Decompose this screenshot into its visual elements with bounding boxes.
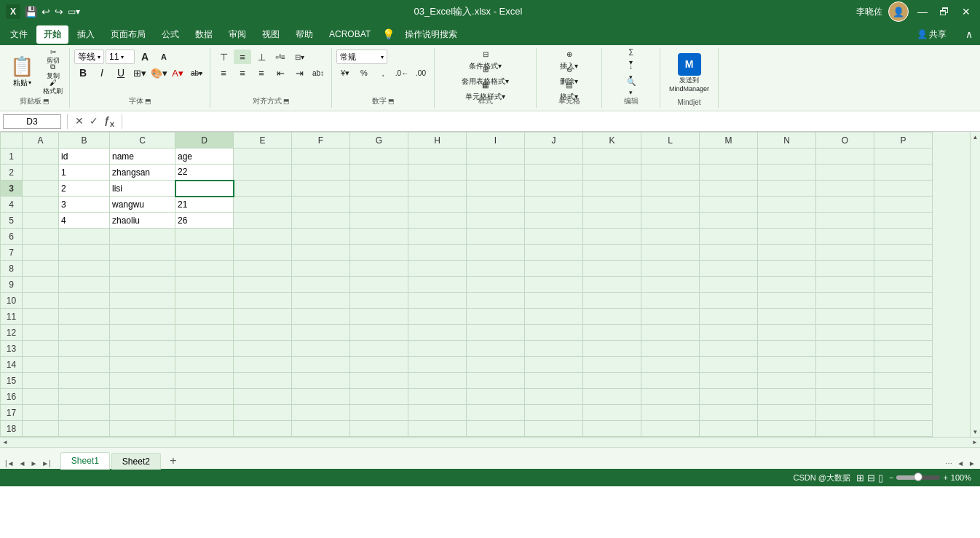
cell-F2[interactable] — [292, 165, 350, 181]
cell-O5[interactable] — [816, 213, 874, 229]
cell-L16[interactable] — [641, 389, 700, 405]
decrease-indent-btn[interactable]: ⇤ — [272, 66, 289, 80]
right-scrollbar[interactable]: ▲ ▼ — [970, 132, 980, 437]
cell-J3[interactable] — [525, 181, 583, 197]
cell-J4[interactable] — [525, 197, 583, 213]
cell-K15[interactable] — [583, 373, 641, 389]
user-avatar[interactable]: 👤 — [888, 1, 909, 22]
format-painter-button[interactable]: 🖌格式刷 — [41, 80, 65, 94]
cell-P18[interactable] — [874, 421, 933, 437]
cell-F16[interactable] — [292, 389, 350, 405]
cell-L8[interactable] — [641, 261, 700, 277]
cell-G18[interactable] — [350, 421, 408, 437]
cell-J14[interactable] — [525, 357, 583, 373]
cell-A11[interactable] — [23, 309, 59, 325]
zoom-thumb[interactable] — [914, 472, 922, 481]
cell-D9[interactable] — [175, 277, 234, 293]
cell-H7[interactable] — [408, 245, 467, 261]
cell-C11[interactable] — [110, 309, 175, 325]
cell-J13[interactable] — [525, 341, 583, 357]
cell-P11[interactable] — [874, 309, 933, 325]
cell-J16[interactable] — [525, 389, 583, 405]
cell-N9[interactable] — [758, 277, 816, 293]
cell-L2[interactable] — [641, 165, 700, 181]
add-sheet-btn[interactable]: + — [165, 453, 181, 469]
cell-P1[interactable] — [874, 149, 933, 165]
row-header-12[interactable]: 12 — [1, 325, 23, 341]
cell-F9[interactable] — [292, 277, 350, 293]
confirm-formula-icon[interactable]: ✓ — [88, 114, 100, 128]
cell-N5[interactable] — [758, 213, 816, 229]
cell-J18[interactable] — [525, 421, 583, 437]
cell-C2[interactable]: zhangsan — [110, 165, 175, 181]
cell-B7[interactable] — [59, 245, 110, 261]
cell-N18[interactable] — [758, 421, 816, 437]
cell-N16[interactable] — [758, 389, 816, 405]
cell-H4[interactable] — [408, 197, 467, 213]
cell-L3[interactable] — [641, 181, 700, 197]
cell-G4[interactable] — [350, 197, 408, 213]
spreadsheet-grid[interactable]: A B C D E F G H I J K L M — [0, 132, 970, 437]
cell-O1[interactable] — [816, 149, 874, 165]
cell-F4[interactable] — [292, 197, 350, 213]
cell-D11[interactable] — [175, 309, 234, 325]
currency-btn[interactable]: ¥▾ — [336, 66, 354, 80]
cell-A5[interactable] — [23, 213, 59, 229]
cell-D18[interactable] — [175, 421, 234, 437]
cell-F12[interactable] — [292, 325, 350, 341]
restore-btn[interactable]: 🗗 — [936, 4, 952, 20]
cell-P2[interactable] — [874, 165, 933, 181]
cell-K4[interactable] — [583, 197, 641, 213]
menu-file[interactable]: 文件 — [3, 25, 35, 44]
cell-K16[interactable] — [583, 389, 641, 405]
scroll-left-btn[interactable]: ◄ — [0, 438, 10, 447]
cell-O4[interactable] — [816, 197, 874, 213]
wrap-text-btn[interactable]: ⏎≡ — [272, 50, 289, 64]
cell-A17[interactable] — [23, 405, 59, 421]
cell-B11[interactable] — [59, 309, 110, 325]
align-center-btn[interactable]: ≡ — [234, 66, 251, 80]
cell-H9[interactable] — [408, 277, 467, 293]
increase-decimal-btn[interactable]: .00 — [412, 66, 430, 80]
cell-M14[interactable] — [700, 357, 758, 373]
cell-M8[interactable] — [700, 261, 758, 277]
cell-O18[interactable] — [816, 421, 874, 437]
cell-H15[interactable] — [408, 373, 467, 389]
cell-B6[interactable] — [59, 229, 110, 245]
cell-F8[interactable] — [292, 261, 350, 277]
cell-N6[interactable] — [758, 229, 816, 245]
cell-G5[interactable] — [350, 213, 408, 229]
zoom-out-btn[interactable]: − — [889, 473, 893, 482]
menu-acrobat[interactable]: ACROBAT — [322, 26, 378, 42]
cell-L10[interactable] — [641, 293, 700, 309]
cell-B16[interactable] — [59, 389, 110, 405]
col-header-E[interactable]: E — [234, 132, 292, 149]
cell-K2[interactable] — [583, 165, 641, 181]
cell-A10[interactable] — [23, 293, 59, 309]
cell-F17[interactable] — [292, 405, 350, 421]
quick-save[interactable]: 💾 — [25, 6, 37, 17]
cell-O13[interactable] — [816, 341, 874, 357]
cell-F6[interactable] — [292, 229, 350, 245]
cell-D13[interactable] — [175, 341, 234, 357]
cell-G8[interactable] — [350, 261, 408, 277]
cell-K14[interactable] — [583, 357, 641, 373]
col-header-O[interactable]: O — [816, 132, 874, 149]
row-header-9[interactable]: 9 — [1, 277, 23, 293]
cell-J8[interactable] — [525, 261, 583, 277]
cell-F10[interactable] — [292, 293, 350, 309]
cell-L1[interactable] — [641, 149, 700, 165]
cell-D6[interactable] — [175, 229, 234, 245]
cell-L9[interactable] — [641, 277, 700, 293]
cell-B17[interactable] — [59, 405, 110, 421]
fill-color-btn[interactable]: 🎨▾ — [150, 66, 167, 80]
cell-C8[interactable] — [110, 261, 175, 277]
col-header-J[interactable]: J — [525, 132, 583, 149]
cell-N7[interactable] — [758, 245, 816, 261]
cell-K7[interactable] — [583, 245, 641, 261]
cell-A7[interactable] — [23, 245, 59, 261]
cell-E15[interactable] — [234, 373, 292, 389]
cell-L13[interactable] — [641, 341, 700, 357]
insert-function-icon[interactable]: ƒx — [103, 113, 116, 130]
cell-J9[interactable] — [525, 277, 583, 293]
